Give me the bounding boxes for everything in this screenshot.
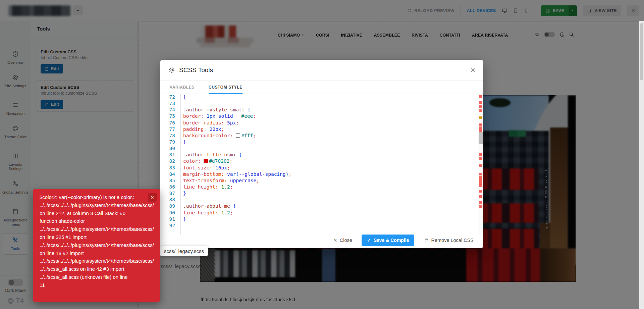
toast-line: ../../scss/../../../plugins/system/t4/th… [40,257,154,265]
code-line[interactable]: 91} [160,216,483,222]
error-mark[interactable] [479,201,482,204]
line-number: 87 [160,190,179,197]
code-line[interactable]: 86line-height: 1.2; [160,184,483,190]
error-mark[interactable] [479,190,482,193]
modal-title: SCSS Tools [179,66,213,74]
error-mark[interactable] [479,153,482,156]
code-line[interactable]: 79} [160,139,483,145]
code-editor[interactable]: 72}7374.author-mystyle-small {75border: … [160,94,483,235]
toast-line: $color2: var(--color-primary) is not a c… [40,193,154,201]
toast-line: on line 212, at column 3 Call Stack: #0 [40,209,154,217]
error-toast: $color2: var(--color-primary) is not a c… [33,189,160,302]
error-mark[interactable] [479,129,482,132]
check-icon: ✓ [367,238,371,243]
remove-local-css-button[interactable]: Remove Local CSS [424,238,474,243]
scrollbar-thumb[interactable] [640,23,643,80]
error-mark[interactable] [479,184,482,187]
line-number: 81 [160,152,179,158]
code-line[interactable]: 83font-size: 16px; [160,165,483,171]
code-line[interactable]: 87} [160,190,483,197]
code-line[interactable]: 73 [160,100,483,107]
code-line[interactable]: 78background-color: #fff; [160,133,483,139]
toast-line: ../../scss/../../../plugins/system/t4/th… [40,201,154,209]
color-swatch[interactable] [236,114,240,118]
line-number: 78 [160,133,179,139]
code-line[interactable]: 77padding: 20px; [160,126,483,133]
save-compile-button[interactable]: ✓ Save & Compile [362,235,415,246]
error-mark[interactable] [479,123,482,126]
line-number: 89 [160,203,179,209]
toast-close-button[interactable]: ✕ [148,193,157,202]
error-mark[interactable] [479,178,482,181]
toast-line: 11 [40,281,154,289]
toast-line: on line 325 #1 import [40,233,154,241]
browser-scrollbar[interactable] [639,21,644,309]
line-number: 79 [160,139,179,145]
toast-line: ../../scss/_all.scss on line 42 #3 impor… [40,265,154,273]
code-line[interactable]: 92 [160,222,483,229]
editor-scrollbar-thumb[interactable] [479,132,483,144]
line-number: 90 [160,210,179,216]
line-number: 83 [160,165,179,171]
tab-custom-style[interactable]: CUSTOM STYLE [209,81,243,94]
code-line[interactable]: 81.author-title-usmi { [160,152,483,158]
close-icon: ✕ [151,195,154,200]
code-line[interactable]: 72} [160,94,483,100]
line-number: 91 [160,216,179,222]
editor-annotation-ruler[interactable] [478,94,483,235]
line-number: 84 [160,171,179,177]
error-mark[interactable] [479,164,482,167]
error-path-tooltip: scss/_legacy.scss [160,246,208,256]
error-mark[interactable] [479,101,482,104]
toast-line: function shade-color [40,217,154,225]
warning-mark[interactable] [479,116,482,119]
code-line[interactable]: 88 [160,197,483,203]
line-number: 76 [160,120,179,126]
error-mark[interactable] [479,205,482,208]
error-path-fragment: scss/_legacy.scss [161,263,201,269]
code-line[interactable]: 76border-radius: 5px; [160,120,483,126]
line-number: 74 [160,107,179,113]
error-mark[interactable] [479,95,482,98]
code-line[interactable]: 89.author-about-me { [160,203,483,209]
toast-line: ../../scss/_all.scss (unknown file) on l… [40,273,154,281]
error-mark[interactable] [479,105,482,108]
modal-tabs: VARIABLESCUSTOM STYLE [160,81,483,94]
modal-header: SCSS Tools ✕ [160,60,483,81]
code-line[interactable]: 74.author-mystyle-small { [160,107,483,113]
line-number: 72 [160,94,179,100]
line-number: 85 [160,177,179,184]
line-number: 92 [160,222,179,229]
line-number: 82 [160,158,179,164]
error-mark[interactable] [479,181,482,184]
line-number: 73 [160,100,179,107]
code-line[interactable]: 80 [160,145,483,152]
code-line[interactable]: 75border: 1px solid #eee; [160,113,483,119]
error-mark[interactable] [479,109,482,112]
error-mark[interactable] [479,195,482,198]
close-icon: ✕ [333,238,337,243]
line-number: 88 [160,197,179,203]
modal-close-icon[interactable]: ✕ [470,66,476,74]
code-line[interactable]: 90line-height: 1.2; [160,210,483,216]
color-swatch[interactable] [236,133,240,138]
code-line[interactable]: 84margin-bottom: var(--global-spacing); [160,171,483,177]
trash-icon [424,238,429,243]
tab-variables[interactable]: VARIABLES [170,81,195,94]
error-mark[interactable] [479,173,482,175]
line-number: 86 [160,184,179,190]
toast-line: on line 18 #2 import [40,249,154,257]
code-line[interactable]: 82color: #d70202; [160,158,483,164]
color-swatch[interactable] [204,159,208,163]
gutter-divider [180,94,181,235]
close-button[interactable]: ✕ Close [333,238,352,243]
code-line[interactable]: 85text-transform: uppercase; [160,177,483,184]
line-number: 80 [160,145,179,152]
gear-icon [168,67,175,73]
error-mark[interactable] [479,157,482,160]
line-number: 77 [160,126,179,133]
toast-line: ../../scss/../../../plugins/system/t4/th… [40,225,154,233]
error-mark[interactable] [479,126,482,129]
modal-footer: ✕ Close ✓ Save & Compile Remove Local CS… [160,235,483,248]
error-mark[interactable] [479,176,482,178]
